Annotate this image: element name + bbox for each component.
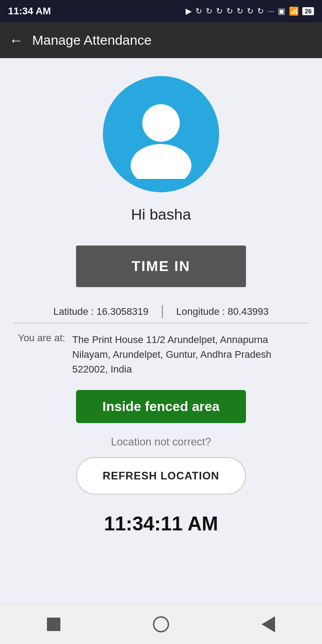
nav-recent-button[interactable] (45, 615, 63, 633)
recent-apps-icon (47, 618, 60, 631)
status-bar: 11:34 AM ▶ ↻ ↻ ↻ ↻ ↻ ↻ ↻ ··· ▣ 📶 26 (0, 0, 322, 22)
refresh-location-button[interactable]: REFRESH LOCATION (76, 457, 246, 495)
status-time: 11:34 AM (8, 5, 51, 17)
svg-point-0 (142, 104, 180, 142)
avatar-svg (116, 89, 206, 179)
address-row: You are at: The Print House 11/2 Arundel… (13, 332, 309, 377)
sync-icon-7: ↻ (257, 6, 264, 16)
divider-line (13, 323, 309, 323)
app-bar-title: Manage Attendance (32, 33, 152, 48)
home-icon (153, 616, 169, 632)
sync-icon-2: ↻ (206, 6, 212, 16)
you-are-at-label: You are at: (18, 332, 65, 344)
sync-icon-6: ↻ (247, 6, 254, 16)
longitude-display: Longitude : 80.43993 (163, 306, 282, 318)
sim-icon: ▣ (278, 6, 285, 16)
avatar (103, 76, 219, 192)
sync-icon-1: ↻ (195, 6, 202, 16)
main-content: Hi basha TIME IN Latitude : 16.3058319 L… (0, 58, 322, 604)
play-icon: ▶ (186, 6, 192, 16)
status-icons: ▶ ↻ ↻ ↻ ↻ ↻ ↻ ↻ ··· ▣ 📶 26 (186, 6, 314, 16)
latitude-value: : 16.3058319 (91, 306, 148, 317)
nav-home-button[interactable] (152, 615, 170, 633)
more-icon: ··· (267, 7, 274, 16)
address-text: The Print House 11/2 Arundelpet, Annapur… (72, 332, 304, 377)
wifi-icon: 📶 (289, 6, 299, 16)
location-not-correct-text: Location not correct? (111, 436, 211, 448)
greeting-text: Hi basha (131, 206, 191, 223)
back-icon (262, 616, 275, 632)
sync-icon-3: ↻ (216, 6, 223, 16)
nav-bar (0, 604, 322, 644)
location-coords: Latitude : 16.3058319 Longitude : 80.439… (13, 305, 309, 318)
longitude-value: : 80.43993 (222, 306, 269, 317)
app-bar: ← Manage Attendance (0, 22, 322, 58)
longitude-label: Longitude (176, 306, 220, 317)
back-button[interactable]: ← (9, 32, 23, 49)
sync-icon-5: ↻ (237, 6, 243, 16)
clock-display: 11:34:11 AM (104, 513, 218, 535)
svg-point-1 (131, 144, 191, 179)
sync-icon-4: ↻ (226, 6, 233, 16)
time-in-button[interactable]: TIME IN (76, 246, 246, 287)
battery-icon: 26 (302, 7, 314, 15)
latitude-display: Latitude : 16.3058319 (40, 306, 162, 318)
nav-back-button[interactable] (259, 615, 277, 633)
fenced-area-badge: Inside fenced area (76, 390, 246, 423)
latitude-label: Latitude (53, 306, 88, 317)
